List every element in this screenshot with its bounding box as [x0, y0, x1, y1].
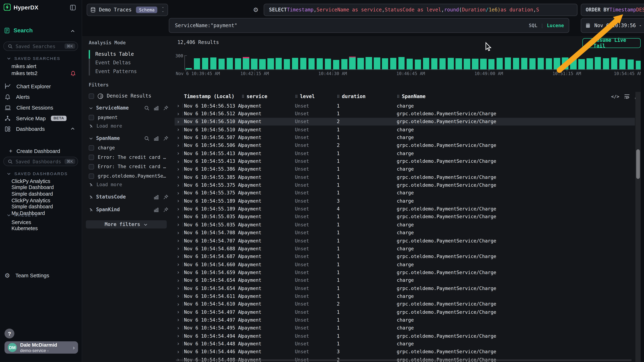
sidebar-item-dashboards[interactable]: Dashboards: [0, 125, 82, 133]
histogram-bar[interactable]: [538, 58, 544, 69]
row-expander-icon[interactable]: ›: [174, 277, 184, 283]
histogram-bar[interactable]: [472, 58, 478, 69]
drag-handle-icon[interactable]: ⠿: [242, 94, 244, 99]
denoise-checkbox[interactable]: [89, 93, 94, 99]
table-row[interactable]: ›Nov 6 10:54:54.494 AMpaymentUnset1grpc.…: [174, 332, 635, 340]
row-expander-icon[interactable]: ›: [174, 174, 184, 180]
table-row[interactable]: ›Nov 6 10:54:54.660 AMpaymentUnset1charg…: [174, 260, 635, 268]
histogram-bar[interactable]: [349, 56, 356, 69]
table-row[interactable]: ›Nov 6 10:54:54.446 AMpaymentUnset3grpc.…: [174, 348, 635, 356]
table-row[interactable]: ›Nov 6 10:54:56.513 AMpaymentUnset1charg…: [174, 102, 635, 110]
table-row[interactable]: ›Nov 6 10:54:54.654 AMpaymentUnset1grpc.…: [174, 284, 635, 292]
histogram-bar[interactable]: [300, 58, 306, 69]
drag-handle-icon[interactable]: ⠿: [397, 94, 400, 99]
row-expander-icon[interactable]: ›: [174, 119, 184, 125]
dashboards-collapse-chevron-icon[interactable]: [70, 126, 75, 131]
histogram-bar[interactable]: [570, 59, 576, 69]
table-row[interactable]: ›Nov 6 10:54:54.708 AMpaymentUnset1charg…: [174, 229, 635, 237]
histogram-bar[interactable]: [423, 58, 429, 70]
row-expander-icon[interactable]: ›: [174, 253, 184, 259]
filter-value-row[interactable]: Error: The credit card …: [89, 163, 173, 170]
histogram-bar[interactable]: [488, 59, 495, 69]
filter-checkbox[interactable]: [89, 164, 94, 169]
bar-chart-icon[interactable]: [154, 136, 159, 141]
table-row[interactable]: ›Nov 6 10:54:54.654 AMpaymentUnset1charg…: [174, 276, 635, 284]
row-expander-icon[interactable]: ›: [174, 237, 184, 243]
row-expander-icon[interactable]: ›: [174, 333, 184, 339]
pin-icon[interactable]: [163, 207, 168, 212]
table-row[interactable]: ›Nov 6 10:54:54.448 AMpaymentUnset1charg…: [174, 340, 635, 348]
row-expander-icon[interactable]: ›: [174, 142, 184, 148]
saved-search-item[interactable]: mikes alert: [0, 63, 82, 70]
drag-handle-icon[interactable]: ⠿: [337, 94, 340, 99]
row-expander-icon[interactable]: ›: [174, 150, 184, 156]
table-row[interactable]: ›Nov 6 10:54:55.413 AMpaymentUnset1grpc.…: [174, 157, 635, 165]
filter-value-row[interactable]: Error: The credit card …: [89, 154, 173, 161]
table-row[interactable]: ›Nov 6 10:54:55.413 AMpaymentUnset1charg…: [174, 149, 635, 157]
preset-item[interactable]: Services: [0, 219, 82, 225]
saved-dashboard-item[interactable]: Simple Dashboard: [0, 184, 82, 191]
filter-group-header[interactable]: SpanName: [89, 135, 173, 142]
table-row[interactable]: ›Nov 6 10:54:55.189 AMpaymentUnset4grpc.…: [174, 205, 635, 213]
row-expander-icon[interactable]: ›: [174, 285, 184, 291]
histogram-bar[interactable]: [546, 58, 552, 69]
histogram-bar[interactable]: [374, 57, 380, 69]
histogram-bar[interactable]: [292, 58, 298, 69]
histogram-bar[interactable]: [480, 59, 486, 70]
table-row[interactable]: ›Nov 6 10:54:54.688 AMpaymentUnset1charg…: [174, 245, 635, 252]
histogram-bar[interactable]: [341, 59, 348, 69]
histogram-bar[interactable]: [276, 58, 282, 70]
histogram-bar[interactable]: [268, 58, 274, 69]
table-row[interactable]: ›Nov 6 10:54:54.610 AMpaymentUnset2grpc.…: [174, 300, 635, 308]
saved-searches-input[interactable]: Saved Searches ⌘K: [3, 41, 78, 51]
histogram-bar[interactable]: [284, 59, 290, 69]
filter-group-header[interactable]: ServiceName: [89, 104, 173, 112]
histogram-bar[interactable]: [529, 58, 536, 69]
histogram-bar[interactable]: [251, 59, 258, 69]
histogram-bar[interactable]: [366, 57, 372, 69]
filter-checkbox[interactable]: [89, 145, 94, 151]
row-expander-icon[interactable]: ›: [174, 103, 184, 109]
histogram-bar[interactable]: [439, 58, 446, 69]
table-row[interactable]: ›Nov 6 10:54:54.687 AMpaymentUnset1grpc.…: [174, 252, 635, 260]
source-settings-gear-icon[interactable]: ⚙: [253, 6, 258, 13]
saved-dashboards-heading[interactable]: SAVED DASHBOARDS: [0, 172, 68, 176]
histogram-bar[interactable]: [619, 59, 626, 70]
row-expander-icon[interactable]: ›: [174, 301, 184, 307]
row-expander-icon[interactable]: ›: [174, 166, 184, 172]
search-section-title[interactable]: Search: [4, 27, 33, 34]
row-expander-icon[interactable]: ›: [174, 245, 184, 252]
histogram-bar[interactable]: [218, 58, 225, 69]
saved-dashboard-item[interactable]: ClickPy Analytics: [0, 178, 82, 184]
brand[interactable]: HyperDX: [4, 4, 38, 11]
more-filters-button[interactable]: More filters: [86, 220, 167, 228]
col-spanname[interactable]: ⠿SpanName: [397, 93, 635, 99]
bar-chart-icon[interactable]: [154, 207, 159, 212]
select-stepper-icon[interactable]: ⌃⌄: [162, 7, 164, 12]
row-expander-icon[interactable]: ›: [174, 134, 184, 141]
load-more-button[interactable]: Load more: [89, 181, 173, 188]
table-row[interactable]: ›Nov 6 10:54:56.507 AMpaymentUnset1charg…: [174, 134, 635, 141]
source-select[interactable]: Demo Traces Schema ⌃⌄: [86, 4, 168, 16]
row-expander-icon[interactable]: ›: [174, 230, 184, 236]
filter-group-header[interactable]: StatusCode: [89, 193, 173, 201]
saved-dashboard-item[interactable]: Simple dashboard: [0, 204, 82, 210]
presets-heading[interactable]: PRESETS: [0, 213, 38, 217]
load-more-button[interactable]: Load more: [89, 123, 173, 129]
col-duration[interactable]: ⠿duration: [337, 93, 397, 99]
search-collapse-chevron-icon[interactable]: [70, 29, 75, 34]
row-expander-icon[interactable]: ›: [174, 182, 184, 188]
histogram-bar[interactable]: [333, 60, 339, 70]
table-row[interactable]: ›Nov 6 10:54:55.385 AMpaymentUnset1grpc.…: [174, 173, 635, 181]
histogram-bar[interactable]: [194, 58, 200, 69]
filter-checkbox[interactable]: [89, 173, 94, 179]
create-dashboard-button[interactable]: + Create Dashboard: [0, 147, 82, 155]
row-expander-icon[interactable]: ›: [174, 317, 184, 323]
filter-checkbox[interactable]: [89, 155, 94, 160]
filter-value-row[interactable]: grpc.oteldemo.PaymentSe…: [89, 172, 173, 180]
pin-icon[interactable]: [163, 105, 168, 111]
histogram-bar[interactable]: [603, 58, 609, 69]
histogram-bar[interactable]: [586, 58, 593, 69]
analysis-mode-event-deltas[interactable]: Event Deltas: [89, 59, 173, 67]
col-timestamp[interactable]: Timestamp (Local): [184, 93, 242, 99]
